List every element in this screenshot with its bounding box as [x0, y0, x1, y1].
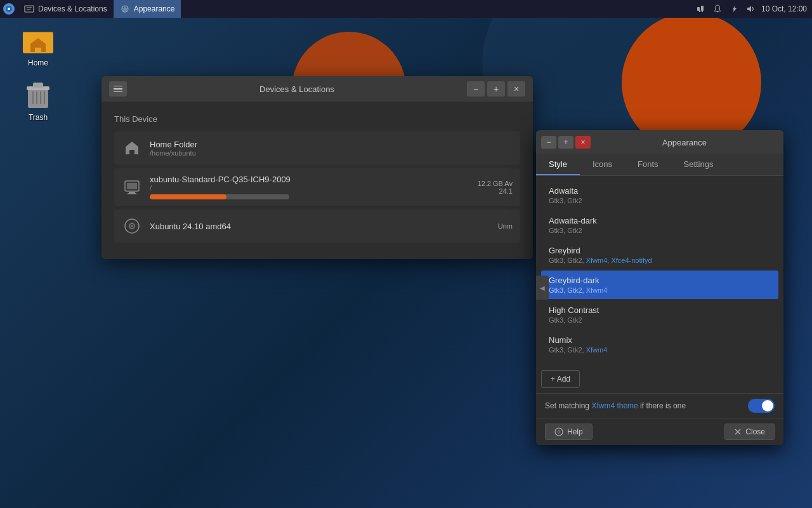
close-button[interactable]: Close: [724, 424, 775, 440]
devices-menu-button[interactable]: [109, 81, 127, 97]
tab-icons[interactable]: Icons: [580, 154, 625, 175]
desktop: Devices & Locations Appearance: [0, 0, 812, 508]
xfwm4-theme-link[interactable]: Xfwm4 theme: [591, 401, 638, 410]
taskbar-time: 10 Oct, 12:00: [761, 4, 807, 13]
storage-fill: [150, 194, 226, 199]
devices-title: Devices & Locations: [127, 84, 467, 94]
tab-settings[interactable]: Settings: [671, 154, 726, 175]
theme-high-contrast-name: High Contrast: [549, 305, 771, 315]
theme-numix-tags: Gtk3, Gtk2, Xfwm4: [549, 346, 771, 354]
help-label: Help: [567, 427, 583, 436]
close-footer-icon: [734, 428, 742, 436]
toggle-knob: [762, 400, 773, 411]
appearance-minimize-button[interactable]: −: [541, 136, 556, 149]
device-disc-info: Xubuntu 24.10 amd64: [150, 222, 490, 231]
theme-adwaita[interactable]: Adwaita Gtk3, Gtk2: [541, 181, 778, 210]
device-disc-action: Unm: [498, 222, 513, 230]
theme-list: Adwaita Gtk3, Gtk2 Adwaita-dark Gtk3, Gt…: [536, 176, 783, 365]
network-icon[interactable]: [695, 3, 707, 15]
device-disc-name: Xubuntu 24.10 amd64: [150, 222, 490, 231]
theme-adwaita-tags: Gtk3, Gtk2: [549, 197, 771, 204]
svg-rect-10: [702, 11, 703, 12]
taskbar: Devices & Locations Appearance: [0, 0, 812, 18]
svg-rect-9: [699, 10, 700, 12]
svg-rect-17: [33, 83, 43, 88]
close-label: Close: [745, 427, 765, 436]
tab-fonts[interactable]: Fonts: [625, 154, 671, 175]
tab-style[interactable]: Style: [536, 154, 580, 175]
pc-device-icon: [122, 177, 142, 197]
theme-adwaita-dark-tags: Gtk3, Gtk2: [549, 227, 771, 234]
help-icon: ?: [554, 427, 563, 436]
theme-greybird-tags: Gtk3, Gtk2, Xfwm4, Xfce4-notifyd: [549, 257, 771, 264]
svg-rect-23: [127, 183, 137, 189]
svg-point-28: [131, 225, 133, 227]
device-home-name: Home Folder: [150, 140, 513, 149]
desktop-icons: Home Trash: [13, 25, 63, 122]
svg-rect-3: [25, 6, 34, 12]
device-pc-info: xubuntu-Standard-PC-Q35-ICH9-2009 /: [150, 175, 470, 199]
svg-point-2: [8, 8, 10, 10]
taskbar-logo[interactable]: [0, 0, 18, 18]
help-button[interactable]: ? Help: [545, 424, 593, 440]
trash-label: Trash: [29, 113, 48, 122]
devices-titlebar: Devices & Locations − + ×: [102, 76, 533, 102]
appearance-close-button[interactable]: ×: [575, 136, 591, 149]
appearance-tabs: Style Icons Fonts Settings: [536, 154, 783, 176]
home-folder-label: Home: [28, 58, 48, 67]
devices-maximize-button[interactable]: +: [487, 81, 505, 97]
bolt-icon[interactable]: [728, 3, 740, 15]
taskbar-appearance-item[interactable]: Appearance: [114, 0, 181, 18]
theme-high-contrast-tags: Gtk3, Gtk2: [549, 316, 771, 324]
theme-adwaita-dark-name: Adwaita-dark: [549, 216, 771, 225]
theme-numix-name: Numix: [549, 335, 771, 345]
device-home-path: /home/xubuntu: [150, 149, 513, 157]
taskbar-devices-item[interactable]: Devices & Locations: [18, 0, 114, 18]
matching-toggle[interactable]: [748, 399, 775, 413]
disc-unmount-label: Unm: [498, 222, 513, 230]
device-pc-storage: 12.2 GB Av 24.1: [478, 180, 513, 195]
theme-greybird-dark-tags: Gtk3, Gtk2, Xfwm4: [549, 286, 771, 294]
svg-text:?: ?: [558, 429, 561, 436]
svg-marker-11: [747, 6, 751, 12]
appearance-maximize-button[interactable]: +: [558, 136, 573, 149]
matching-text: Set matching Xfwm4 theme if there is one: [545, 401, 748, 410]
svg-rect-25: [128, 193, 136, 194]
theme-numix[interactable]: Numix Gtk3, Gtk2, Xfwm4: [541, 330, 778, 359]
device-item-pc[interactable]: xubuntu-Standard-PC-Q35-ICH9-2009 / 12.2…: [114, 168, 520, 206]
matching-row: Set matching Xfwm4 theme if there is one: [536, 393, 783, 418]
theme-high-contrast[interactable]: High Contrast Gtk3, Gtk2: [541, 300, 778, 329]
trash-icon[interactable]: Trash: [13, 80, 63, 122]
device-home-info: Home Folder /home/xubuntu: [150, 140, 513, 157]
appearance-window: ◀ − + × Appearance Style Icons Fonts Set…: [536, 130, 783, 445]
devices-window-controls: − + ×: [467, 81, 525, 97]
home-folder-image: [23, 25, 53, 56]
theme-greybird-name: Greybird: [549, 246, 771, 255]
appearance-collapse-arrow[interactable]: ◀: [536, 276, 549, 300]
disc-device-icon: [122, 216, 142, 236]
devices-close-button[interactable]: ×: [508, 81, 525, 97]
devices-content: This Device Home Folder /home/xubuntu: [102, 102, 533, 259]
add-theme-button[interactable]: + Add: [541, 370, 580, 388]
devices-minimize-button[interactable]: −: [467, 81, 485, 97]
theme-greybird-dark[interactable]: Greybird-dark Gtk3, Gtk2, Xfwm4: [541, 271, 778, 299]
storage-available: 12.2 GB Av: [478, 180, 513, 187]
device-item-disc[interactable]: Xubuntu 24.10 amd64 Unm: [114, 210, 520, 243]
theme-greybird[interactable]: Greybird Gtk3, Gtk2, Xfwm4, Xfce4-notify…: [541, 241, 778, 269]
appearance-titlebar: − + × Appearance: [536, 130, 783, 154]
theme-adwaita-dark[interactable]: Adwaita-dark Gtk3, Gtk2: [541, 211, 778, 239]
appearance-title: Appearance: [591, 138, 778, 147]
theme-greybird-dark-name: Greybird-dark: [549, 276, 771, 285]
appearance-footer: ? Help Close: [536, 418, 783, 445]
home-folder-icon[interactable]: Home: [13, 25, 63, 67]
devices-window: Devices & Locations − + × This Device Ho…: [102, 76, 533, 259]
trash-image: [23, 80, 53, 110]
volume-icon[interactable]: [745, 3, 756, 15]
devices-section-title: This Device: [114, 114, 520, 124]
appearance-window-controls: − + ×: [541, 136, 591, 149]
bell-icon[interactable]: [712, 3, 723, 15]
device-item-home[interactable]: Home Folder /home/xubuntu: [114, 131, 520, 164]
taskbar-right: 10 Oct, 12:00: [695, 3, 812, 15]
add-theme-label: + Add: [551, 375, 570, 384]
svg-rect-8: [701, 6, 704, 11]
